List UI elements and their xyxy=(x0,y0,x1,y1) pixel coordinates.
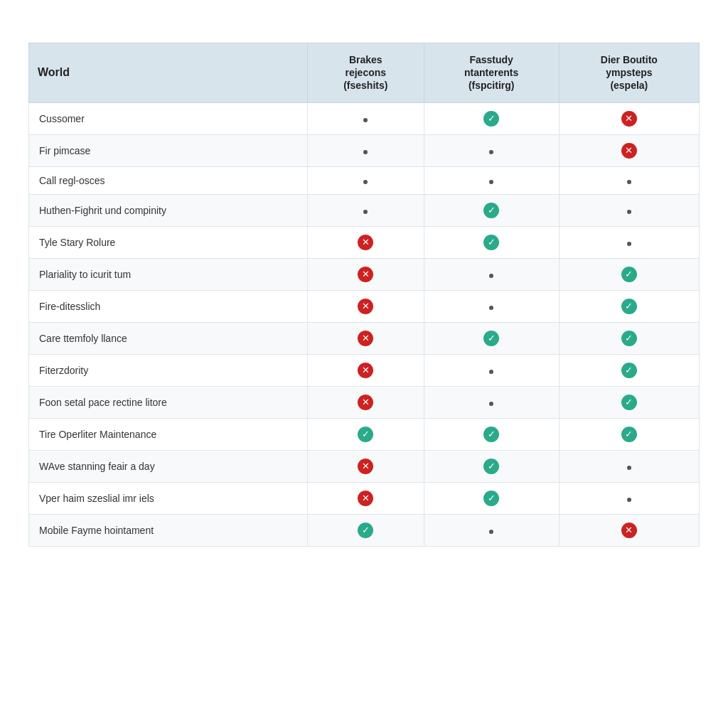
table-row: WAve stanning feair a day✕✓ xyxy=(29,450,700,482)
check-icon: ✓ xyxy=(621,331,637,346)
cell-dier: ✓ xyxy=(559,354,699,386)
cell-brakes: ✕ xyxy=(307,450,424,482)
cell-dier: ✕ xyxy=(559,134,699,166)
table-row: Cussomer✓✕ xyxy=(29,102,700,134)
cell-brakes: ✕ xyxy=(307,290,424,322)
cross-icon: ✕ xyxy=(358,491,373,506)
dot-icon xyxy=(627,466,631,470)
check-icon: ✓ xyxy=(621,299,637,314)
cell-brakes: ✓ xyxy=(307,418,424,450)
cell-brakes: ✕ xyxy=(307,354,424,386)
check-icon: ✓ xyxy=(621,363,637,378)
check-icon: ✓ xyxy=(483,203,499,218)
table-row: Tyle Stary Rolure✕✓ xyxy=(29,226,700,258)
cell-fasstudy xyxy=(424,386,559,418)
cross-icon: ✕ xyxy=(358,267,373,282)
dot-icon xyxy=(489,530,493,534)
check-icon: ✓ xyxy=(358,523,373,538)
dot-icon xyxy=(489,402,493,406)
table-row: Fiterzdority✕✓ xyxy=(29,354,700,386)
cell-brakes xyxy=(307,166,424,194)
row-label: Plariality to icurit tum xyxy=(29,258,308,290)
table-row: Fire-ditesslich✕✓ xyxy=(29,290,700,322)
cell-dier xyxy=(559,450,699,482)
check-icon: ✓ xyxy=(621,267,637,282)
cell-fasstudy: ✓ xyxy=(424,482,559,514)
cross-icon: ✕ xyxy=(621,523,637,538)
cell-dier: ✓ xyxy=(559,322,699,354)
dot-icon xyxy=(489,180,493,184)
cell-fasstudy: ✓ xyxy=(424,450,559,482)
cell-brakes xyxy=(307,102,424,134)
cross-icon: ✕ xyxy=(358,331,373,346)
dot-icon xyxy=(363,180,368,184)
row-label: Fir pimcase xyxy=(29,134,308,166)
cell-brakes: ✕ xyxy=(307,322,424,354)
dot-icon xyxy=(627,210,631,214)
dot-icon xyxy=(363,210,368,214)
row-label: Huthen-Fighrit und compinity xyxy=(29,194,308,226)
check-icon: ✓ xyxy=(483,427,499,442)
row-label: WAve stanning feair a day xyxy=(29,450,308,482)
row-label: Mobile Fayme hointament xyxy=(29,514,308,546)
dot-icon xyxy=(627,498,631,502)
row-label: Tyle Stary Rolure xyxy=(29,226,308,258)
cell-dier xyxy=(559,166,699,194)
cell-brakes xyxy=(307,134,424,166)
row-label: Fiterzdority xyxy=(29,354,308,386)
cell-brakes: ✓ xyxy=(307,514,424,546)
cell-dier: ✕ xyxy=(559,102,699,134)
dot-icon xyxy=(627,242,631,246)
cell-fasstudy: ✓ xyxy=(424,418,559,450)
table-row: Care ttemfoly llance✕✓✓ xyxy=(29,322,700,354)
col-header-fasstudy: Fasstudyntanterents(fspcitirg) xyxy=(424,43,559,103)
cell-fasstudy xyxy=(424,290,559,322)
table-row: Fir pimcase✕ xyxy=(29,134,700,166)
dot-icon xyxy=(489,150,493,154)
row-label: Call regl-osces xyxy=(29,166,308,194)
check-icon: ✓ xyxy=(621,427,637,442)
cross-icon: ✕ xyxy=(358,459,373,474)
check-icon: ✓ xyxy=(483,331,499,346)
check-icon: ✓ xyxy=(483,491,499,506)
dot-icon xyxy=(489,370,493,374)
table-row: Mobile Fayme hointament✓✕ xyxy=(29,514,700,546)
dot-icon xyxy=(489,274,493,278)
cell-brakes: ✕ xyxy=(307,226,424,258)
dot-icon xyxy=(627,180,631,184)
row-label: Foon setal pace rectine litore xyxy=(29,386,308,418)
dot-icon xyxy=(363,150,368,154)
cell-fasstudy xyxy=(424,354,559,386)
row-label: Care ttemfoly llance xyxy=(29,322,308,354)
cell-brakes: ✕ xyxy=(307,258,424,290)
check-icon: ✓ xyxy=(358,427,373,442)
cross-icon: ✕ xyxy=(358,363,373,378)
table-row: Call regl-osces xyxy=(29,166,700,194)
cell-fasstudy xyxy=(424,134,559,166)
cell-dier xyxy=(559,226,699,258)
table-row: Foon setal pace rectine litore✕✓ xyxy=(29,386,700,418)
table-row: Tire Operliter Maintenance✓✓✓ xyxy=(29,418,700,450)
table-row: Vper haim szeslial imr iels✕✓ xyxy=(29,482,700,514)
cell-brakes: ✕ xyxy=(307,386,424,418)
cell-fasstudy: ✓ xyxy=(424,322,559,354)
cross-icon: ✕ xyxy=(621,143,637,159)
check-icon: ✓ xyxy=(483,235,499,250)
row-label: Cussomer xyxy=(29,102,308,134)
cross-icon: ✕ xyxy=(358,395,373,410)
cell-dier xyxy=(559,482,699,514)
cell-dier xyxy=(559,194,699,226)
table-row: Huthen-Fighrit und compinity✓ xyxy=(29,194,700,226)
cell-brakes: ✕ xyxy=(307,482,424,514)
maintenance-table: WorldBrakesrejecons(fseshits)Fasstudynta… xyxy=(28,43,700,547)
cross-icon: ✕ xyxy=(621,111,637,127)
cell-brakes xyxy=(307,194,424,226)
table-row: Plariality to icurit tum✕✓ xyxy=(29,258,700,290)
cross-icon: ✕ xyxy=(358,299,373,314)
row-label: Vper haim szeslial imr iels xyxy=(29,482,308,514)
check-icon: ✓ xyxy=(483,111,499,127)
check-icon: ✓ xyxy=(621,395,637,410)
cell-fasstudy: ✓ xyxy=(424,194,559,226)
col-header-world: World xyxy=(29,43,308,103)
cell-dier: ✓ xyxy=(559,386,699,418)
